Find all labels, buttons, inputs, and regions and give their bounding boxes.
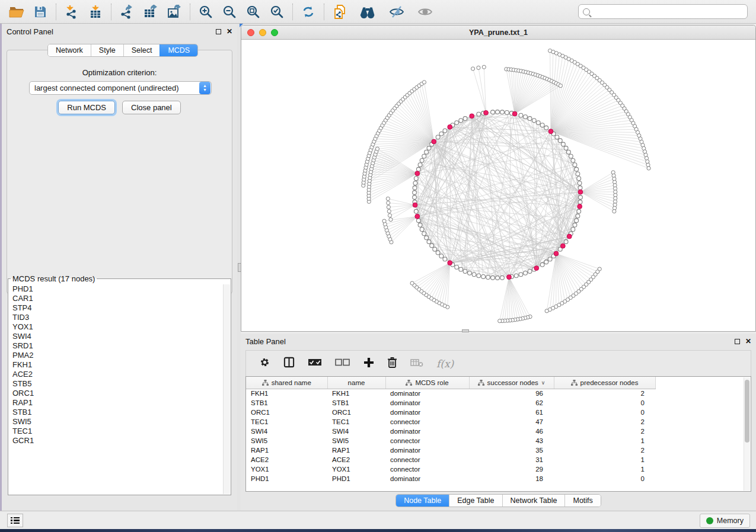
graph-node[interactable] [443, 129, 447, 133]
graph-node[interactable] [436, 251, 440, 255]
graph-node[interactable] [578, 181, 582, 185]
table-cell[interactable]: ACE2 [327, 455, 385, 464]
table-cell[interactable]: connector [385, 455, 469, 464]
table-cell[interactable]: SWI4 [327, 427, 385, 436]
tab-network[interactable]: Network [48, 44, 91, 56]
graph-leaf-node[interactable] [387, 201, 390, 204]
search-input[interactable] [593, 8, 743, 16]
first-neighbors-button[interactable] [356, 2, 380, 21]
graph-node[interactable] [422, 232, 426, 236]
tab-motifs[interactable]: Motifs [564, 495, 600, 507]
graph-node[interactable] [420, 158, 424, 162]
graph-node[interactable] [579, 196, 583, 200]
graph-node[interactable] [418, 163, 422, 167]
graph-leaf-node[interactable] [471, 67, 474, 70]
graph-node[interactable] [576, 172, 580, 176]
table-cell[interactable]: connector [385, 464, 469, 474]
graph-node[interactable] [540, 123, 544, 127]
table-row[interactable]: FKH1FKH1dominator962 [246, 389, 655, 398]
tab-style[interactable]: Style [91, 44, 123, 56]
table-cell[interactable]: 29 [469, 464, 554, 474]
mcds-result-item[interactable]: RAP1 [9, 398, 223, 408]
graph-leaf-node[interactable] [410, 281, 414, 285]
graph-hub-node[interactable] [578, 190, 583, 194]
graph-node[interactable] [536, 121, 540, 125]
table-row[interactable]: SWI5SWI5connector431 [246, 436, 655, 446]
graph-node[interactable] [472, 273, 476, 277]
tab-select[interactable]: Select [123, 44, 160, 56]
graph-node[interactable] [561, 142, 565, 146]
table-cell[interactable]: 96 [469, 389, 554, 398]
node-layer[interactable] [362, 49, 651, 323]
graph-node[interactable] [558, 139, 562, 143]
graph-node[interactable] [519, 113, 523, 117]
graph-node[interactable] [548, 257, 552, 261]
graph-node[interactable] [414, 177, 418, 181]
show-all-columns-button[interactable] [308, 358, 322, 369]
graph-node[interactable] [413, 191, 417, 195]
table-row[interactable]: ACE2ACE2connector311 [246, 455, 655, 464]
graph-hub-node[interactable] [448, 124, 452, 129]
graph-node[interactable] [496, 276, 500, 280]
graph-node[interactable] [573, 223, 577, 227]
graph-node[interactable] [500, 275, 505, 280]
graph-hub-node[interactable] [560, 243, 565, 248]
select-columns-button[interactable] [283, 357, 295, 370]
table-cell[interactable]: dominator [385, 389, 469, 398]
graph-hub-node[interactable] [448, 261, 452, 265]
refresh-layout-button[interactable] [296, 2, 320, 21]
column-header-shared-name[interactable]: shared name [246, 377, 327, 389]
import-network-button[interactable] [60, 2, 84, 21]
graph-node[interactable] [459, 118, 463, 123]
graph-node[interactable] [519, 273, 523, 277]
table-cell[interactable]: 2 [554, 446, 655, 455]
show-all-button[interactable] [413, 2, 437, 21]
graph-leaf-node[interactable] [646, 163, 650, 166]
table-row[interactable]: ORC1ORC1dominator610 [246, 408, 655, 417]
open-session-button[interactable] [5, 2, 28, 21]
graph-leaf-node[interactable] [498, 319, 502, 323]
graph-hub-node[interactable] [548, 129, 553, 134]
memory-button[interactable]: Memory [700, 514, 750, 528]
graph-hub-node[interactable] [432, 139, 436, 144]
table-cell[interactable]: ORC1 [327, 408, 385, 417]
graph-node[interactable] [566, 150, 570, 154]
table-cell[interactable]: SWI5 [327, 436, 385, 446]
graph-node[interactable] [528, 270, 532, 274]
close-panel-icon[interactable]: ✕ [227, 29, 232, 34]
mcds-result-item[interactable]: PHD1 [9, 284, 223, 294]
table-cell[interactable]: RAP1 [327, 446, 385, 455]
graph-node[interactable] [564, 146, 568, 150]
graph-hub-node[interactable] [415, 214, 420, 219]
table-row[interactable]: RAP1RAP1dominator352 [246, 446, 655, 455]
graph-node[interactable] [575, 167, 579, 171]
export-image-button[interactable] [162, 2, 186, 21]
graph-leaf-node[interactable] [388, 214, 391, 217]
graph-node[interactable] [427, 146, 431, 150]
float-panel-icon[interactable] [735, 339, 740, 344]
table-cell[interactable]: FKH1 [327, 389, 385, 398]
table-cell[interactable]: dominator [385, 446, 469, 455]
table-cell[interactable]: 1 [554, 455, 655, 464]
mcds-result-item[interactable]: PMA2 [9, 351, 223, 360]
graph-node[interactable] [491, 110, 495, 114]
search-box[interactable] [578, 4, 748, 19]
mcds-result-item[interactable]: STP4 [9, 303, 223, 313]
mcds-result-item[interactable]: STB5 [9, 379, 223, 389]
graph-leaf-node[interactable] [387, 205, 390, 209]
graph-node[interactable] [418, 223, 422, 227]
network-canvas[interactable] [241, 40, 755, 331]
fan-edge-layer[interactable] [363, 51, 649, 321]
graph-node[interactable] [414, 209, 418, 213]
table-cell[interactable]: dominator [385, 398, 469, 408]
gear-button[interactable] [259, 357, 270, 370]
zoom-in-button[interactable] [194, 2, 218, 21]
graph-node[interactable] [413, 186, 417, 190]
table-cell[interactable]: 43 [469, 436, 554, 446]
zoom-selected-button[interactable] [265, 2, 289, 21]
graph-hub-node[interactable] [470, 114, 474, 118]
graph-node[interactable] [524, 115, 528, 119]
graph-node[interactable] [433, 247, 437, 251]
mcds-result-list[interactable]: PHD1CAR1STP4TID3YOX1SWI4SRD1PMA2FKH1ACE2… [9, 284, 223, 494]
graph-node[interactable] [463, 270, 467, 274]
